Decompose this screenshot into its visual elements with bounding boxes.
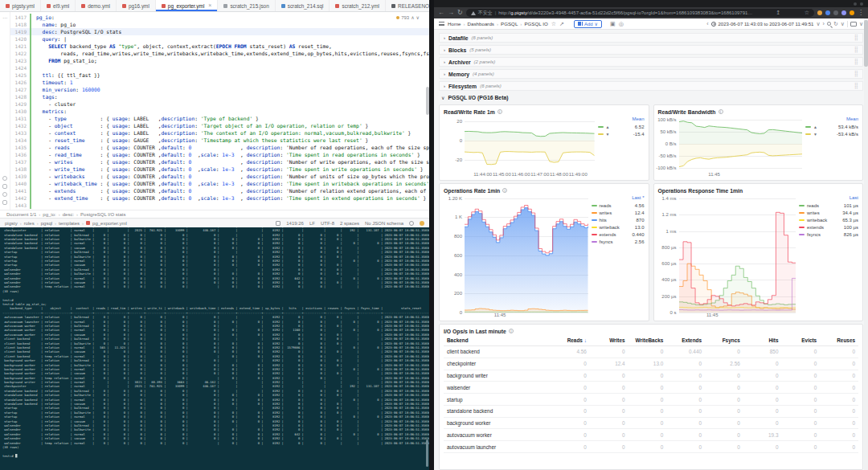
terminal-window[interactable]: background writer | relation | normal | … bbox=[0, 227, 429, 470]
breadcrumb-item[interactable]: desc: bbox=[63, 212, 74, 217]
drag-handle-icon[interactable]: ⣿ bbox=[854, 59, 858, 65]
time-shift-forward-icon[interactable]: › bbox=[823, 21, 825, 27]
editor-tab[interactable]: el9.yml bbox=[41, 0, 76, 11]
tv-mode-icon[interactable] bbox=[850, 22, 857, 27]
terminal-tool-icon[interactable] bbox=[2, 200, 7, 205]
prev-problem-icon[interactable]: ∧ bbox=[411, 14, 414, 20]
indexing-status-icon[interactable] bbox=[420, 221, 424, 226]
column-header-reads[interactable]: Reads ↓ bbox=[551, 335, 590, 346]
breadcrumb-item[interactable]: pg_exporter.yml bbox=[92, 221, 127, 226]
next-problem-icon[interactable]: ∨ bbox=[416, 14, 420, 20]
time-range-chevron-icon[interactable]: ∨ bbox=[816, 21, 820, 27]
editor-tab[interactable]: scratch_214.sql bbox=[276, 0, 330, 11]
breadcrumb-item[interactable]: Home bbox=[448, 21, 461, 27]
nav-menu-icon[interactable] bbox=[439, 22, 444, 26]
caret-position[interactable]: 1419:26 bbox=[286, 221, 304, 226]
terminal-scrollbar-thumb[interactable] bbox=[426, 439, 428, 467]
legend-item[interactable]: ▲6.52 bbox=[598, 124, 645, 130]
extensions-puzzle-icon[interactable] bbox=[833, 10, 838, 15]
dashboard-settings-icon[interactable]: ◎ bbox=[619, 21, 624, 27]
browser-tab-strip[interactable] bbox=[434, 0, 868, 7]
dashboard-row-archiver[interactable]: ›Archiver(2 panels)⣿ bbox=[439, 57, 863, 67]
editor-tab[interactable]: scratch_212.yml bbox=[330, 0, 386, 11]
tab-strip-icon[interactable] bbox=[854, 2, 857, 6]
editor-tab[interactable]: pigsty.yml bbox=[0, 0, 41, 11]
share-dashboard-icon[interactable]: ↗ bbox=[559, 21, 564, 27]
panel-title[interactable]: Read/Write Rate 1m bbox=[444, 109, 495, 115]
breadcrumb-item[interactable]: templates bbox=[59, 221, 80, 226]
breadcrumb-item[interactable]: pigsty bbox=[5, 221, 18, 226]
tv-mode-chevron-icon[interactable]: ∨ bbox=[859, 21, 863, 27]
column-header-extends[interactable]: Extends bbox=[666, 335, 705, 346]
info-icon[interactable]: i bbox=[509, 329, 514, 333]
panel-title[interactable]: I/O Ops/s in Last minute bbox=[444, 329, 506, 334]
info-icon[interactable]: i bbox=[719, 109, 723, 114]
editor-tab[interactable]: pg16.yml bbox=[117, 0, 156, 11]
profile-avatar[interactable] bbox=[850, 10, 854, 15]
forward-icon[interactable]: → bbox=[448, 10, 454, 16]
legend-item[interactable]: reads4.56 bbox=[592, 202, 645, 209]
legend-item[interactable]: extends0.440 bbox=[592, 231, 645, 238]
legend-item[interactable]: hits870 bbox=[592, 217, 645, 223]
breadcrumb-item[interactable]: roles bbox=[24, 221, 35, 226]
legend-header[interactable]: Last * bbox=[592, 195, 645, 202]
save-dashboard-icon[interactable]: ▣ bbox=[610, 21, 616, 27]
legend-item[interactable]: extends100 µs bbox=[799, 224, 858, 231]
breadcrumb-item[interactable]: PGSQL bbox=[501, 21, 518, 27]
editor-scrollbar[interactable] bbox=[426, 12, 429, 210]
time-shift-back-icon[interactable]: ‹ bbox=[706, 21, 708, 27]
refresh-icon[interactable]: ↻ bbox=[833, 21, 838, 27]
inspections-widget[interactable]: 793 ∧ ∨ bbox=[395, 14, 421, 20]
breadcrumb-item[interactable]: PostgreSQL I/O stats bbox=[80, 212, 125, 217]
legend-item[interactable]: ▲53.4 kB/s bbox=[805, 124, 858, 130]
drag-handle-icon[interactable]: ⣿ bbox=[854, 71, 858, 77]
browser-menu-icon[interactable]: ⋮ bbox=[858, 10, 864, 16]
editor-tab[interactable]: scratch_215.json bbox=[218, 0, 275, 11]
extension-icon-1[interactable] bbox=[817, 10, 822, 15]
encoding[interactable]: UTF-8 bbox=[321, 221, 334, 226]
code-editor[interactable]: 1417pg_io:1418 name: pg_io1419 desc: Pos… bbox=[10, 12, 429, 210]
dashboard-row-blocks[interactable]: ›Blocks(5 panels)⣿ bbox=[439, 45, 863, 55]
column-header-hits[interactable]: Hits bbox=[743, 335, 782, 346]
editor-status-icon[interactable] bbox=[276, 221, 280, 226]
legend-header[interactable]: Last bbox=[799, 195, 858, 202]
drag-handle-icon[interactable]: ⣿ bbox=[854, 83, 858, 89]
legend-item[interactable]: writes34.4 µs bbox=[799, 210, 858, 216]
new-tab-icon[interactable] bbox=[860, 2, 863, 6]
legend-header[interactable]: Mean bbox=[805, 116, 858, 123]
legend-item[interactable]: writeback13.0 bbox=[592, 224, 645, 231]
tool-windows-icon[interactable]: ⋯ bbox=[2, 14, 7, 20]
drag-handle-icon[interactable]: ⣿ bbox=[854, 35, 858, 41]
back-icon[interactable]: ← bbox=[438, 10, 444, 16]
expanded-row-header[interactable]: ∨ PGSQL I/O (PG16 Beta) bbox=[439, 93, 863, 102]
legend-item[interactable]: ▼-53.4 kB/s bbox=[805, 131, 858, 137]
schema-setting[interactable]: No JSON schema bbox=[365, 221, 403, 226]
column-header-backend[interactable]: Backend bbox=[444, 335, 551, 346]
extension-icon-2[interactable] bbox=[825, 10, 830, 15]
legend-item[interactable]: writeback65.3 µs bbox=[799, 217, 858, 223]
legend-item[interactable]: fsyncs2.56 bbox=[592, 239, 645, 245]
line-ending[interactable]: LF bbox=[309, 221, 315, 226]
problems-icon[interactable] bbox=[2, 192, 7, 197]
column-header-writebacks[interactable]: WriteBacks bbox=[628, 335, 667, 346]
dashboard-row-memory[interactable]: ›Memory(4 panels)⣿ bbox=[439, 69, 863, 79]
panel-title[interactable]: Read/Write Bandwidth bbox=[658, 109, 716, 115]
add-panel-button[interactable]: Add ∨ bbox=[574, 20, 602, 28]
lock-icon[interactable] bbox=[409, 221, 414, 226]
info-icon[interactable]: i bbox=[502, 188, 507, 193]
legend-item[interactable]: writes12.4 bbox=[592, 210, 645, 216]
legend-item[interactable]: reads101 µs bbox=[799, 202, 858, 209]
legend-item[interactable]: ▼-15.4 bbox=[598, 131, 645, 137]
column-header-reuses[interactable]: Reuses bbox=[820, 335, 858, 346]
vcs-icon[interactable] bbox=[2, 176, 7, 181]
breadcrumb-item[interactable]: Dashboards bbox=[468, 21, 494, 27]
breadcrumb-item[interactable]: pgsql bbox=[41, 221, 52, 226]
editor-tab[interactable]: pg_exporter.yml× bbox=[156, 0, 219, 11]
info-icon[interactable]: i bbox=[497, 109, 502, 114]
legend-header[interactable]: Mean bbox=[598, 116, 645, 123]
bookmark-star-icon[interactable]: ☆ bbox=[805, 10, 809, 16]
dashboard-row-filesystem[interactable]: ›Filesystem(6 panels)⣿ bbox=[439, 81, 863, 91]
page-scrollbar-thumb[interactable] bbox=[864, 20, 868, 67]
page-scrollbar[interactable] bbox=[864, 18, 868, 470]
extension-icon-3[interactable] bbox=[841, 10, 846, 15]
